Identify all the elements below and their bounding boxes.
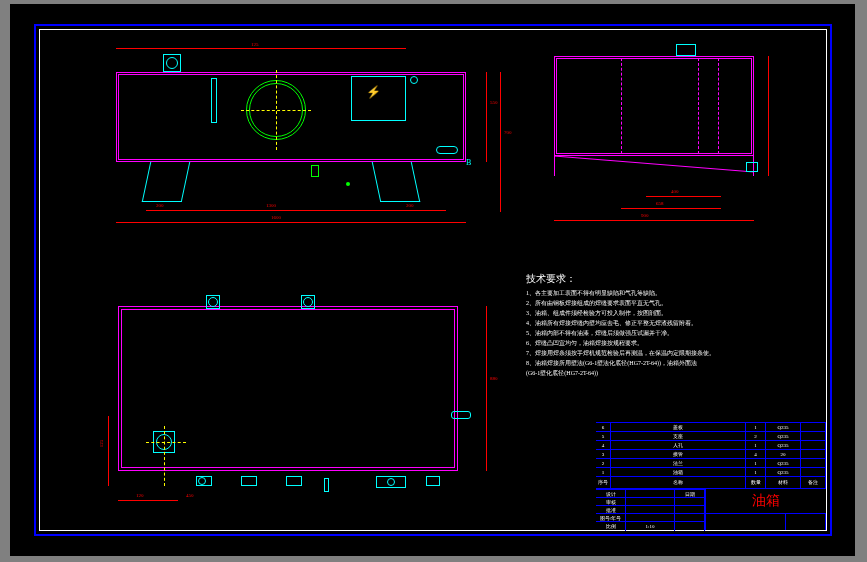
title-block: 6 盖板 1 Q235 5 支座 2 Q235 4 人孔 1 Q235 <box>596 422 826 530</box>
parts-row-4: 4 人孔 1 Q235 <box>596 440 826 449</box>
side-dim-900-txt: 900 <box>641 213 649 218</box>
cad-canvas[interactable]: ⚡ B 125 550 700 1300 1600 200 200 <box>10 4 855 556</box>
side-dim-900 <box>554 220 754 221</box>
border-outer: ⚡ B 125 550 700 1300 1600 200 200 <box>34 24 832 536</box>
top-right-port <box>451 411 471 419</box>
dim-bot-h1 <box>146 210 446 211</box>
dim-770: 125 <box>251 42 259 47</box>
top-view: 125 120 450 880 <box>106 286 506 516</box>
drain <box>311 165 319 177</box>
dim-700: 700 <box>504 130 512 135</box>
tech-line-6: 6、焊缝凸凹宜均匀，油箱焊接按规程要求。 <box>526 338 715 348</box>
top-dim-450: 450 <box>186 493 194 498</box>
side-dim-400-txt: 400 <box>671 189 679 194</box>
leg-left <box>142 162 191 202</box>
nozzle-top-1-port <box>166 57 178 69</box>
top-dim-125: 125 <box>99 440 104 448</box>
parts-row-6: 6 盖板 1 Q235 <box>596 422 826 431</box>
tech-line-3: 3、油箱、组成件须经检验方可投入制作，按图剖面。 <box>526 308 715 318</box>
drain-dot <box>346 182 350 186</box>
level-gauge <box>211 78 217 123</box>
hatch-mark: ⚡ <box>366 85 386 110</box>
dim-200b: 200 <box>406 203 414 208</box>
bot-nozzle-5p <box>387 478 395 486</box>
hidden-2 <box>698 58 699 154</box>
side-dim-400 <box>646 196 721 197</box>
tech-requirements: 技术要求： 1、各主要加工表面不得有明显缺陷和气孔等缺陷。 2、所有由钢板焊接组… <box>526 274 715 378</box>
parts-row-5: 5 支座 2 Q235 <box>596 431 826 440</box>
top-dim-120: 120 <box>136 493 144 498</box>
dim-1600: 1600 <box>271 215 281 220</box>
top-dim-h1 <box>118 500 178 501</box>
tech-line-7: 7、焊接用焊条须按手焊机规范检验后再测温，在保温内定限期接条使。 <box>526 348 715 358</box>
dim-200: 200 <box>156 203 164 208</box>
side-nozzle <box>436 146 458 154</box>
dim-right-v2 <box>500 72 501 212</box>
top-dim-v1 <box>108 416 109 486</box>
svg-line-0 <box>554 156 754 172</box>
header-remark: 备注 <box>801 477 826 488</box>
top-nozzle-2-port <box>303 297 313 307</box>
top-nozzle-1-port <box>208 297 218 307</box>
dim-top-h <box>116 48 406 49</box>
parts-row-3: 3 接管 4 20 <box>596 449 826 458</box>
top-dim-right <box>486 306 487 471</box>
manhole-center-h <box>241 110 311 111</box>
hidden-1 <box>621 58 622 154</box>
front-view: ⚡ B 125 550 700 1300 1600 200 200 <box>116 40 496 220</box>
hatch-port <box>410 76 418 84</box>
tech-line-4: 4、油箱所有焊接焊缝内壁均应去毛、修正平整无焊渣残留附着。 <box>526 318 715 328</box>
side-dim-658 <box>621 208 721 209</box>
tech-line-2: 2、所有由钢板焊接组成的焊缝要求表面平直无气孔。 <box>526 298 715 308</box>
bot-nozzle-4 <box>324 478 329 492</box>
bot-nozzle-1p <box>198 477 206 485</box>
top-dim-880: 880 <box>490 376 498 381</box>
dim-1300: 1300 <box>266 203 276 208</box>
parts-row-1: 1 油箱 1 Q235 <box>596 467 826 476</box>
side-view: 900 658 400 <box>546 40 776 240</box>
bot-nozzle-6 <box>426 476 440 486</box>
bot-nozzle-2 <box>241 476 257 486</box>
parts-row-2: 2 法兰 1 Q235 <box>596 458 826 467</box>
tech-line-9: (G6-1壁化底径(HG7-2T-64)) <box>526 368 715 378</box>
side-dim-658-txt: 658 <box>656 201 664 206</box>
side-top-nozzle <box>676 44 696 56</box>
dim-bot-h2 <box>116 222 466 223</box>
title-main: 设计日期 审核 批准 图号/年号 比例1:10 油箱 <box>596 488 826 530</box>
hidden-3 <box>718 58 719 154</box>
leg-right <box>372 162 421 202</box>
drain-cl-v <box>164 426 165 486</box>
drawing-title: 油箱 <box>706 489 826 514</box>
dim-right-v <box>486 72 487 162</box>
tech-line-8: 8、油箱焊接所用壁法(G6-1壁法化底径(HG7-2T-64))，油箱外面法 <box>526 358 715 368</box>
side-dim-v <box>768 56 769 176</box>
side-right-nozzle <box>746 162 758 172</box>
tech-title: 技术要求： <box>526 274 715 284</box>
slope-line <box>554 154 754 179</box>
view-label-b: B <box>466 158 471 167</box>
bot-nozzle-3 <box>286 476 302 486</box>
dim-550: 550 <box>490 100 498 105</box>
tech-line-1: 1、各主要加工表面不得有明显缺陷和气孔等缺陷。 <box>526 288 715 298</box>
drain-cl-h <box>146 442 186 443</box>
tech-line-5: 5、油箱内部不得有油漆，焊缝后须做强压试漏并干净。 <box>526 328 715 338</box>
side-body-inner <box>556 58 752 154</box>
parts-header: 序号 名称 数量 材料 备注 <box>596 476 826 488</box>
